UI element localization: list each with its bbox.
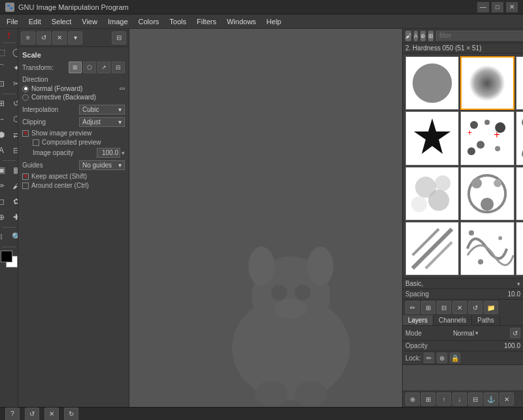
tool-scale[interactable]: ↔	[0, 112, 8, 126]
new-layer-from-visible-btn[interactable]: ⊕	[405, 393, 420, 406]
tool-rotate[interactable]: ↺	[9, 96, 18, 111]
brush-duplicate-btn[interactable]: ⊞	[421, 301, 435, 314]
tool-bucket-fill[interactable]: ▣	[0, 163, 8, 177]
new-layer-group-btn[interactable]: ⊞	[421, 393, 435, 406]
menu-file[interactable]: File	[1, 14, 24, 29]
brush-refresh-btn[interactable]: ↺	[468, 301, 482, 314]
menu-tools[interactable]: Tools	[164, 14, 192, 29]
lock-position-btn[interactable]: ⊕	[437, 353, 447, 363]
keep-aspect-checkbox[interactable]: ✕	[22, 173, 29, 180]
raise-layer-btn[interactable]: ↑	[437, 393, 451, 406]
tool-flip[interactable]: ⇄	[9, 128, 18, 142]
brush-item[interactable]	[405, 111, 459, 165]
guides-select[interactable]: No guides ▾	[79, 160, 125, 170]
tool-fuzzy-select[interactable]: ✦	[9, 61, 18, 75]
lock-alpha-btn[interactable]: 🔒	[450, 353, 460, 363]
status-redo-btn[interactable]: ↻	[64, 408, 78, 421]
tool-perspective[interactable]: ⬢	[0, 128, 8, 142]
brush-edit-btn[interactable]: ✏	[405, 301, 420, 314]
menu-help[interactable]: Help	[262, 14, 287, 29]
tool-free-select[interactable]: ⌒	[0, 61, 8, 75]
menu-colors[interactable]: Colors	[133, 14, 165, 29]
tool-ellipse-select[interactable]: ◯	[9, 45, 18, 60]
brush-item[interactable]	[405, 222, 459, 275]
anchor-layer-btn[interactable]: ⚓	[484, 393, 498, 406]
brush-item[interactable]	[516, 222, 524, 275]
transform-image-btn[interactable]: ⊟	[112, 61, 125, 73]
tab-paths[interactable]: Paths	[472, 315, 500, 325]
tab-layers[interactable]: Layers	[403, 315, 433, 325]
transform-layer-btn[interactable]: ⊞	[69, 61, 82, 73]
tool-scissors[interactable]: ✂	[9, 77, 18, 91]
opacity-input[interactable]	[97, 148, 120, 158]
menu-windows[interactable]: Windows	[222, 14, 262, 29]
options-view-btn[interactable]: ≡	[21, 31, 35, 44]
lock-pixels-btn[interactable]: ✏	[424, 353, 434, 363]
status-delete-btn[interactable]: ✕	[44, 408, 59, 421]
tool-heal[interactable]: ✚	[9, 210, 18, 224]
brush-filter-input[interactable]	[436, 31, 523, 41]
minimize-button[interactable]: —	[477, 2, 489, 12]
brush-folder-btn[interactable]: 📁	[484, 301, 498, 314]
tool-rect-select[interactable]: ⬚	[0, 45, 8, 60]
menu-edit[interactable]: Edit	[24, 14, 46, 29]
direction-arrows[interactable]	[120, 88, 125, 90]
maximize-button[interactable]: □	[492, 2, 503, 12]
show-preview-checkbox[interactable]: ✕	[22, 130, 29, 137]
brush-item[interactable]: + +	[460, 111, 514, 165]
transform-path-btn[interactable]: ⬡	[83, 61, 96, 73]
layer-mode-reset-btn[interactable]: ↺	[510, 328, 520, 338]
foreground-color[interactable]	[1, 251, 12, 262]
direction-normal-radio[interactable]	[22, 86, 29, 92]
tool-by-color[interactable]: ⊡	[0, 77, 8, 91]
close-button[interactable]: ✕	[506, 2, 518, 12]
tool-text[interactable]: A	[0, 143, 8, 158]
tool-pencil[interactable]: ✏	[0, 179, 8, 193]
tool-crop[interactable]: ⊞	[0, 96, 8, 111]
menu-view[interactable]: View	[76, 14, 103, 29]
tool-color-picker[interactable]: ⁞	[0, 230, 8, 244]
menu-image[interactable]: Image	[103, 14, 133, 29]
brush-delete-btn[interactable]: ✕	[452, 301, 467, 314]
delete-layer-btn[interactable]: ✕	[499, 393, 514, 406]
brush-copy-btn[interactable]: ⊟	[437, 301, 451, 314]
show-preview-row: ✕ Show image preview	[22, 130, 125, 137]
around-center-checkbox[interactable]	[22, 183, 29, 189]
menu-select[interactable]: Select	[46, 14, 77, 29]
mode-arrow[interactable]: ▾	[475, 330, 479, 336]
lower-layer-btn[interactable]: ↓	[452, 393, 467, 406]
brush-item[interactable]	[460, 167, 514, 220]
tool-paintbrush[interactable]: 🖌	[9, 179, 18, 193]
tool-shear[interactable]: ⬡	[9, 112, 18, 126]
tab-channels[interactable]: Channels	[433, 315, 472, 325]
tool-airbrush[interactable]: ✿	[9, 194, 18, 209]
tool-zoom[interactable]: 🔍	[9, 230, 18, 244]
duplicate-layer-btn[interactable]: ⊟	[468, 393, 482, 406]
color-indicator[interactable]	[1, 251, 18, 268]
tool-eraser[interactable]: ◻	[0, 194, 8, 209]
canvas-area[interactable]	[129, 29, 402, 407]
brush-item[interactable]	[516, 167, 524, 220]
direction-corrective-radio[interactable]	[22, 94, 29, 101]
status-help-btn[interactable]: ?	[5, 408, 20, 421]
brush-preset-arrow[interactable]: ▾	[517, 281, 520, 287]
tool-clone[interactable]: ⊕	[0, 210, 8, 224]
tool-blend[interactable]: ▦	[9, 163, 18, 177]
brush-item[interactable]	[405, 56, 459, 110]
options-dock-btn[interactable]: ⊟	[112, 31, 126, 44]
brush-item[interactable]	[516, 111, 524, 165]
options-reset-btn[interactable]: ↺	[37, 31, 51, 44]
transform-selection-btn[interactable]: ↗	[97, 61, 110, 73]
options-delete-btn[interactable]: ✕	[52, 31, 67, 44]
brush-item[interactable]	[405, 167, 459, 220]
brush-item[interactable]	[460, 56, 514, 110]
brush-item[interactable]	[516, 56, 524, 110]
tool-align[interactable]: ⊟	[9, 143, 18, 158]
brush-item[interactable]	[460, 222, 514, 275]
menu-filters[interactable]: Filters	[192, 14, 222, 29]
status-undo-btn[interactable]: ↺	[25, 408, 39, 421]
interpolation-select[interactable]: Cubic ▾	[79, 105, 125, 114]
options-menu-btn[interactable]: ▾	[68, 31, 82, 44]
composited-preview-checkbox[interactable]	[33, 139, 39, 146]
clipping-select[interactable]: Adjust ▾	[79, 117, 125, 127]
